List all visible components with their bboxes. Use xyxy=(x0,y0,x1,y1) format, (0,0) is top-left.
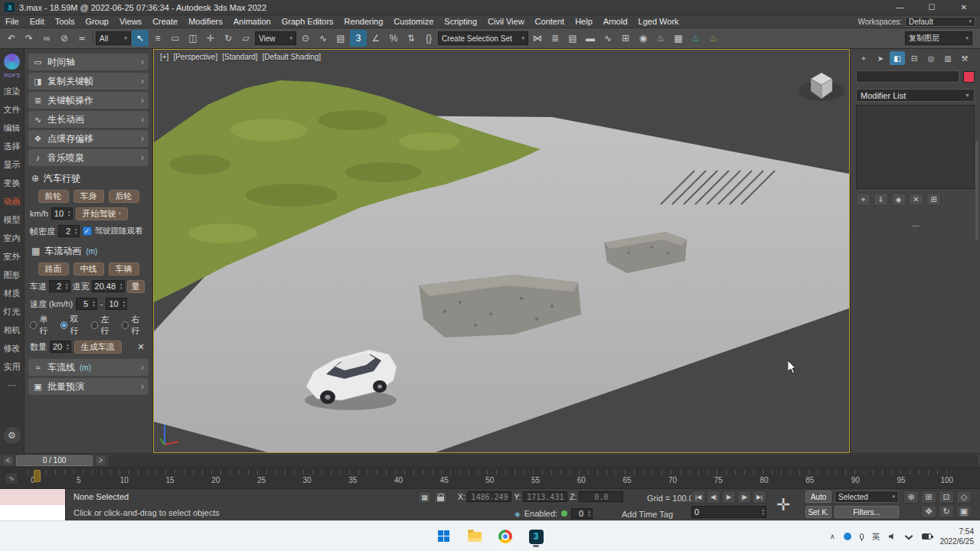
create-selection-set-combo[interactable]: Create Selection Set▾ xyxy=(438,31,528,45)
menu-file[interactable]: File xyxy=(0,17,24,26)
close-button[interactable]: ✕ xyxy=(948,0,980,15)
remove-modifier-icon[interactable]: ✕ xyxy=(909,193,923,206)
taskbar-clock[interactable]: 7:54 2022/6/25 xyxy=(940,527,975,546)
panel-scrollbar[interactable] xyxy=(975,141,978,240)
rear-wheel-button[interactable]: 后轮 xyxy=(109,190,139,203)
tab-add[interactable]: + xyxy=(856,51,871,65)
modifier-list-dropdown[interactable]: Modifier List ▼ xyxy=(856,89,975,102)
settings-gear-icon[interactable]: ⚙ xyxy=(4,427,21,444)
schematic-view-icon[interactable]: ⊞ xyxy=(617,30,634,47)
object-name-field[interactable] xyxy=(856,70,959,83)
next-frame-button[interactable]: |▶ xyxy=(737,491,751,504)
radio-right-traffic[interactable]: 右行 xyxy=(122,314,147,337)
tab-motion[interactable]: ◎ xyxy=(923,51,939,65)
named-sets-icon[interactable]: {} xyxy=(420,30,437,47)
rail-item-more[interactable]: ⋯ xyxy=(0,376,24,394)
tab-display[interactable]: ▥ xyxy=(940,51,956,65)
maxscript-mini-listener[interactable] xyxy=(0,489,66,521)
rail-item-file[interactable]: 文件 xyxy=(0,100,24,119)
menu-animation[interactable]: Animation xyxy=(228,17,276,26)
layer-manager-icon[interactable]: ▤ xyxy=(564,30,581,47)
radio-left-traffic[interactable]: 左行 xyxy=(91,314,116,337)
menu-rendering[interactable]: Rendering xyxy=(339,17,389,26)
keyboard-override-icon[interactable]: ▤ xyxy=(332,30,349,47)
ribbon-icon[interactable]: ▬ xyxy=(582,30,599,47)
go-start-button[interactable]: |◀ xyxy=(691,491,705,504)
select-rotate-icon[interactable]: ↻ xyxy=(220,30,237,47)
mini-curve-editor-icon[interactable]: ∿ xyxy=(5,472,18,484)
minimize-button[interactable]: — xyxy=(884,0,916,15)
pin-stack-icon[interactable]: ⌖ xyxy=(856,193,871,206)
radio-double-lane[interactable]: 双行 xyxy=(60,314,86,337)
row-music-fountain[interactable]: ♪ 音乐喷泉 › xyxy=(28,149,149,166)
road-surface-button[interactable]: 路面 xyxy=(38,262,69,276)
x-coordinate-field[interactable]: 1486.249 xyxy=(467,491,511,502)
start-driving-button[interactable]: 开始驾驶▾ xyxy=(76,207,129,220)
menu-views[interactable]: Views xyxy=(114,17,147,26)
object-color-swatch[interactable] xyxy=(963,71,975,83)
maximize-button[interactable]: ☐ xyxy=(916,0,948,15)
enabled-indicator[interactable] xyxy=(561,510,567,517)
speed-min-spinner[interactable]: 5 ▴▾ xyxy=(76,298,97,310)
current-frame-field[interactable]: 0 ▴▾ xyxy=(691,506,766,518)
start-button[interactable] xyxy=(435,526,453,547)
render-production-icon[interactable]: ♨ xyxy=(688,30,704,47)
menu-civil-view[interactable]: Civil View xyxy=(482,17,529,26)
coord-system-dropdown[interactable]: View▾ xyxy=(255,31,296,45)
volume-icon[interactable] xyxy=(889,533,897,540)
render-setup-icon[interactable]: ♨ xyxy=(652,30,669,47)
orbit-icon[interactable]: ↻ xyxy=(939,505,954,518)
lane-count-spinner[interactable]: 2 ▴▾ xyxy=(49,280,70,292)
rail-item-model[interactable]: 模型 xyxy=(0,210,24,229)
battery-icon[interactable] xyxy=(922,533,932,540)
rail-item-animation[interactable]: 动画 xyxy=(0,192,24,210)
rail-item-render[interactable]: 渲染 xyxy=(0,82,24,100)
go-end-button[interactable]: ▶| xyxy=(753,491,766,504)
menu-create[interactable]: Create xyxy=(147,17,183,26)
make-unique-icon[interactable]: ◈ xyxy=(891,193,906,206)
rect-select-icon[interactable]: ▭ xyxy=(167,30,184,47)
mirror-icon[interactable]: ⋈ xyxy=(529,30,546,47)
input-language-indicator[interactable]: 英 xyxy=(872,531,880,543)
front-wheel-button[interactable]: 前轮 xyxy=(38,190,69,203)
traffic-anim-header[interactable]: ▦ 车流动画 (m) xyxy=(28,243,149,259)
tab-hierarchy[interactable]: ⊟ xyxy=(906,51,922,65)
road-width-spinner[interactable]: 20.48 ▴▾ xyxy=(92,280,125,292)
time-slider-handle[interactable]: 0 / 100 xyxy=(16,455,93,466)
fov-icon[interactable]: ◇ xyxy=(956,491,972,504)
key-filters-button[interactable]: Filters... xyxy=(835,506,899,518)
prev-frame-button[interactable]: ◀| xyxy=(707,491,720,504)
bind-spacewarp-icon[interactable]: ≍ xyxy=(74,30,90,47)
chrome-button[interactable] xyxy=(496,526,514,547)
vehicle-button[interactable]: 车辆 xyxy=(109,262,139,276)
percent-snap-icon[interactable]: % xyxy=(385,30,402,47)
maximize-viewport-icon[interactable]: ▣ xyxy=(956,505,972,518)
pivot-center-icon[interactable]: ⊙ xyxy=(297,30,314,47)
kmh-spinner[interactable]: 10 ▴▾ xyxy=(51,207,73,220)
network-icon[interactable] xyxy=(905,533,913,540)
row-batch-preview[interactable]: ▣ 批量预演 › xyxy=(28,378,149,395)
next-frame-arrow[interactable]: > xyxy=(95,455,106,466)
menu-edit[interactable]: Edit xyxy=(24,17,50,26)
snap-toggle-icon[interactable]: 3 xyxy=(350,30,367,47)
selection-lock-icon[interactable] xyxy=(434,491,447,504)
rail-item-exterior[interactable]: 室外 xyxy=(0,247,24,266)
y-coordinate-field[interactable]: 1713.431 xyxy=(523,491,567,502)
row-traffic-line[interactable]: ≈ 车流线 (m) › xyxy=(28,359,149,376)
rendered-frame-icon[interactable]: ▦ xyxy=(670,30,687,47)
workspaces-dropdown[interactable]: Default▾ xyxy=(905,17,975,27)
zoom-all-icon[interactable]: ⊞ xyxy=(921,491,936,504)
unlink-icon[interactable]: ⊘ xyxy=(56,30,73,47)
measure-button[interactable]: 量 xyxy=(127,280,145,293)
speed-max-spinner[interactable]: 10 ▴▾ xyxy=(106,298,127,310)
rollout-collapse-handle[interactable]: — xyxy=(856,221,975,230)
car-drive-header[interactable]: ⊕ 汽车行驶 xyxy=(28,171,149,186)
menu-customize[interactable]: Customize xyxy=(388,17,439,26)
zoom-extents-icon[interactable]: ⊡ xyxy=(939,491,954,504)
viewport-menu-shading[interactable]: [Default Shading] xyxy=(262,53,321,61)
align-icon[interactable]: ≣ xyxy=(547,30,564,47)
modifier-stack[interactable] xyxy=(856,105,975,189)
file-explorer-button[interactable] xyxy=(466,526,484,547)
microphone-icon[interactable] xyxy=(860,533,864,540)
set-key-button[interactable]: Set K. xyxy=(805,506,831,518)
